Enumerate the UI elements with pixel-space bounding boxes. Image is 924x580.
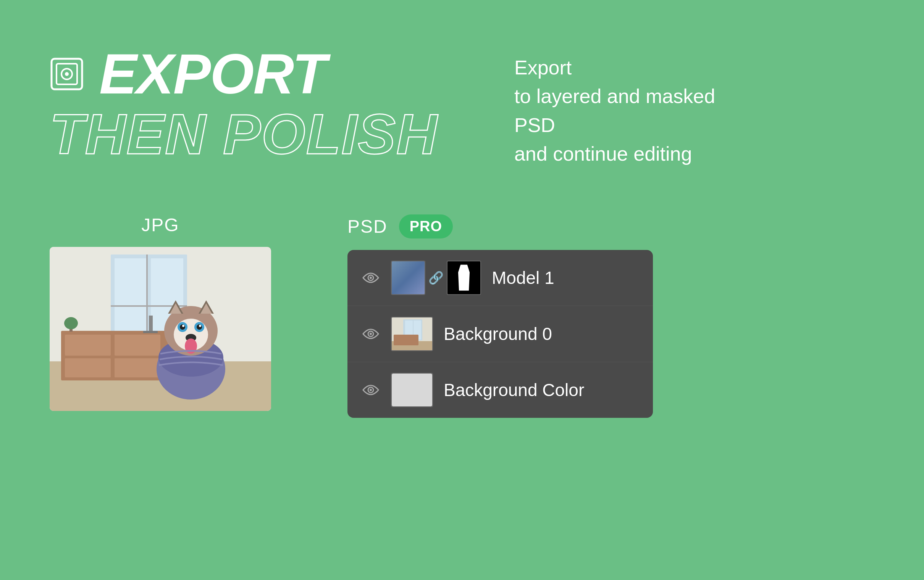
visibility-icon-model1[interactable] <box>361 268 380 287</box>
desc-line2: to layered and masked PSD <box>514 85 715 136</box>
bg0-thumb <box>391 317 433 351</box>
pro-badge: PRO <box>399 214 453 239</box>
export-title: EXPORT <box>99 46 326 102</box>
export-line: EXPORT <box>50 46 438 102</box>
description-text: Export to layered and masked PSD and con… <box>514 53 736 169</box>
svg-rect-19 <box>143 331 158 333</box>
layer-name-bgcolor: Background Color <box>444 380 584 400</box>
svg-rect-15 <box>115 358 160 377</box>
svg-rect-14 <box>65 358 111 377</box>
svg-rect-12 <box>65 334 111 356</box>
visibility-icon-bgcolor[interactable] <box>361 381 380 399</box>
psd-label-row: PSD PRO <box>347 214 453 239</box>
header-section: EXPORT THEN POLISH Export to layered and… <box>50 46 874 169</box>
svg-point-17 <box>64 317 78 329</box>
layers-panel: 🔗 Model 1 <box>347 250 653 418</box>
then-polish-title: THEN POLISH <box>50 106 438 163</box>
layer-row: Background Color <box>347 362 653 418</box>
page-container: EXPORT THEN POLISH Export to layered and… <box>0 0 924 580</box>
svg-point-33 <box>199 325 201 327</box>
content-section: JPG <box>50 214 874 418</box>
svg-point-3 <box>65 72 69 76</box>
title-block: EXPORT THEN POLISH <box>50 46 438 163</box>
svg-rect-18 <box>149 316 153 331</box>
layer-row: 🔗 Model 1 <box>347 250 653 306</box>
model1-mask-thumb <box>447 260 481 295</box>
dog-image <box>50 247 271 411</box>
description-block: Export to layered and masked PSD and con… <box>514 46 736 169</box>
svg-rect-13 <box>115 334 160 356</box>
jpg-side: JPG <box>50 214 271 411</box>
dog-scene-svg <box>50 247 271 411</box>
camera-icon-wrap <box>50 57 84 91</box>
model1-thumbnails: 🔗 <box>391 260 481 295</box>
visibility-icon-bg0[interactable] <box>361 325 380 343</box>
model1-color-thumb <box>391 260 425 295</box>
svg-rect-45 <box>394 334 419 345</box>
svg-point-39 <box>370 333 372 335</box>
jpg-label: JPG <box>141 214 179 236</box>
svg-point-37 <box>370 277 372 279</box>
layer-name-bg0: Background 0 <box>444 324 552 344</box>
desc-line3: and continue editing <box>514 143 692 165</box>
bgcolor-thumb <box>391 373 433 407</box>
layer-name-model1: Model 1 <box>492 267 554 288</box>
psd-side: PSD PRO <box>347 214 653 418</box>
psd-label: PSD <box>347 216 388 237</box>
svg-point-32 <box>182 325 185 327</box>
chain-icon: 🔗 <box>428 260 444 295</box>
camera-icon <box>50 57 84 91</box>
desc-line1: Export <box>514 56 572 79</box>
svg-point-47 <box>370 389 372 391</box>
layer-row: Background 0 <box>347 306 653 362</box>
